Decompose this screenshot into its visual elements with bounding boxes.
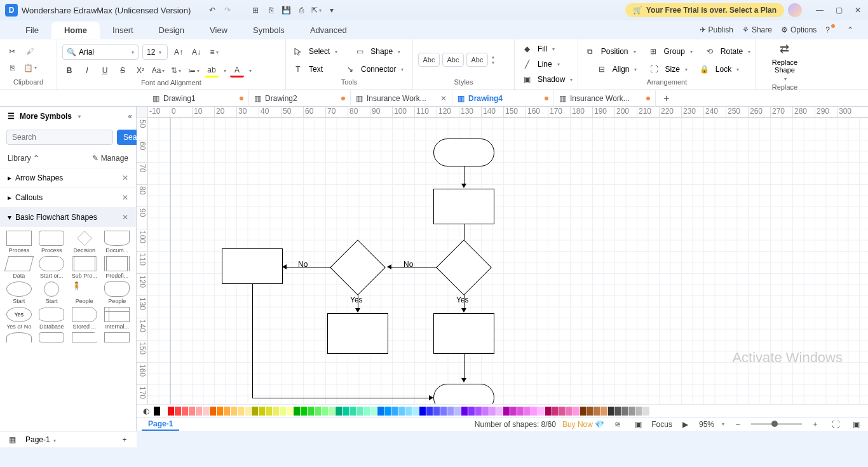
color-swatch[interactable]: [615, 407, 621, 416]
tab-close-icon[interactable]: ✕: [440, 94, 447, 103]
focus-button[interactable]: Focus: [651, 420, 672, 429]
more-symbols-label[interactable]: More Symbols: [20, 112, 72, 121]
doc-tab-0[interactable]: ▥Drawing1: [147, 90, 249, 107]
color-swatch[interactable]: [489, 407, 496, 416]
menu-view[interactable]: View: [197, 22, 240, 39]
color-swatch[interactable]: [454, 407, 461, 416]
manage-button[interactable]: ✎ Manage: [92, 154, 128, 163]
minimize-icon[interactable]: —: [815, 5, 825, 15]
color-swatch[interactable]: [405, 407, 412, 416]
export-icon[interactable]: ⇱▾: [311, 5, 322, 15]
publish-button[interactable]: ✈Publish: [700, 25, 733, 34]
shape-extra-4[interactable]: [102, 332, 132, 344]
canvas[interactable]: Activate Windows No No Yes Yes: [147, 118, 868, 404]
shape-data[interactable]: Data: [4, 256, 34, 279]
copy-icon[interactable]: ⎘: [5, 61, 19, 75]
color-swatch[interactable]: [608, 407, 614, 416]
shape-database[interactable]: Database: [36, 307, 67, 330]
flowchart-process-2[interactable]: [222, 248, 283, 284]
shape-decision[interactable]: Decision: [69, 231, 100, 254]
fullscreen-icon[interactable]: ▣: [849, 417, 863, 431]
flowchart-process-3[interactable]: [433, 313, 494, 354]
color-swatch[interactable]: [294, 407, 300, 416]
color-swatch[interactable]: [203, 407, 209, 416]
page-select[interactable]: Page-1 ▾: [25, 435, 56, 444]
color-swatch[interactable]: [182, 407, 188, 416]
color-swatch[interactable]: [398, 407, 405, 416]
presentation-icon[interactable]: ▣: [631, 417, 645, 431]
shape-people-1[interactable]: 🧍People: [69, 281, 100, 304]
buy-now-link[interactable]: Buy Now 💎: [562, 420, 604, 429]
color-swatch[interactable]: [252, 407, 258, 416]
format-painter-icon[interactable]: 🖌: [23, 44, 37, 58]
menu-design[interactable]: Design: [146, 22, 197, 39]
color-swatch[interactable]: [217, 407, 223, 416]
highlight-button[interactable]: ab: [205, 64, 219, 78]
connector-tool[interactable]: Connector: [361, 65, 396, 74]
undo-icon[interactable]: ↶: [207, 5, 217, 15]
case-button[interactable]: Aa▾: [151, 64, 165, 78]
italic-button[interactable]: I: [80, 64, 94, 78]
style-down-icon[interactable]: ▾: [492, 60, 494, 65]
new-icon[interactable]: ⊞: [250, 5, 261, 15]
page-list-icon[interactable]: ▦: [5, 433, 19, 447]
shape-extra-2[interactable]: [36, 332, 67, 344]
category-arrow-shapes[interactable]: ▸Arrow Shapes✕: [0, 168, 136, 187]
line-button[interactable]: ╱Line▾: [520, 57, 560, 71]
color-swatch[interactable]: [559, 407, 566, 416]
zoom-out-icon[interactable]: −: [731, 417, 745, 431]
flowchart-process-1[interactable]: [433, 189, 494, 224]
menu-insert[interactable]: Insert: [100, 22, 146, 39]
color-swatch[interactable]: [308, 407, 314, 416]
bold-button[interactable]: B: [62, 64, 76, 78]
color-swatch[interactable]: [168, 407, 174, 416]
trial-banner[interactable]: 🛒 Your Free Trial is over. Select a Plan: [625, 3, 784, 17]
color-swatch[interactable]: [552, 407, 559, 416]
print-icon[interactable]: ⎙: [296, 5, 306, 15]
font-size-select[interactable]: 12▾: [142, 44, 168, 60]
fit-page-icon[interactable]: ⛶: [829, 417, 843, 431]
connector-tool-icon[interactable]: ↘: [343, 62, 357, 76]
font-family-select[interactable]: 🔍Arial▾: [62, 44, 139, 60]
options-button[interactable]: ⚙Options: [781, 25, 817, 34]
color-swatch[interactable]: [273, 407, 279, 416]
flowchart-process-4[interactable]: [327, 313, 388, 354]
color-swatch[interactable]: [643, 407, 649, 416]
line-spacing-button[interactable]: ⇅▾: [169, 64, 183, 78]
symbol-search-input[interactable]: [6, 130, 113, 145]
color-swatch[interactable]: [196, 407, 202, 416]
shape-yesno[interactable]: YesYes or No: [4, 307, 34, 330]
strike-button[interactable]: S: [116, 64, 130, 78]
shape-people-2[interactable]: People: [102, 281, 132, 304]
shape-process[interactable]: Process: [4, 231, 34, 254]
color-swatch[interactable]: [287, 407, 293, 416]
shape-subprocess[interactable]: Sub Pro...: [69, 256, 100, 279]
color-swatch[interactable]: [510, 407, 517, 416]
color-swatch[interactable]: [356, 407, 363, 416]
color-swatch[interactable]: [461, 407, 468, 416]
rotate-button[interactable]: ⟲Rotate▾: [703, 44, 750, 58]
text-tool-icon[interactable]: T: [291, 62, 305, 76]
doc-tab-3[interactable]: ▥Drawing4: [452, 90, 554, 107]
color-swatch[interactable]: [566, 407, 573, 416]
close-icon[interactable]: ✕: [122, 193, 128, 202]
underline-button[interactable]: U: [98, 64, 112, 78]
shape-predefined[interactable]: Predefi...: [102, 256, 132, 279]
color-swatch[interactable]: [245, 407, 251, 416]
redo-icon[interactable]: ↷: [222, 5, 233, 15]
close-icon[interactable]: ✕: [122, 213, 128, 222]
style-preset-3[interactable]: Abc: [466, 53, 488, 67]
shape-tool[interactable]: Shape: [370, 47, 393, 56]
close-icon[interactable]: ✕: [122, 173, 128, 182]
shape-stored[interactable]: Stored ...: [69, 307, 100, 330]
colorbar-eyedropper-icon[interactable]: ◐: [139, 404, 153, 418]
color-swatch[interactable]: [636, 407, 642, 416]
color-swatch[interactable]: [363, 407, 370, 416]
shape-document[interactable]: Docum...: [102, 231, 132, 254]
color-swatch[interactable]: [384, 407, 391, 416]
color-swatch[interactable]: [440, 407, 447, 416]
color-swatch[interactable]: [349, 407, 356, 416]
color-swatch[interactable]: [573, 407, 580, 416]
shape-extra-3[interactable]: [69, 332, 100, 344]
category-basic-flowchart[interactable]: ▾Basic Flowchart Shapes✕: [0, 207, 136, 227]
